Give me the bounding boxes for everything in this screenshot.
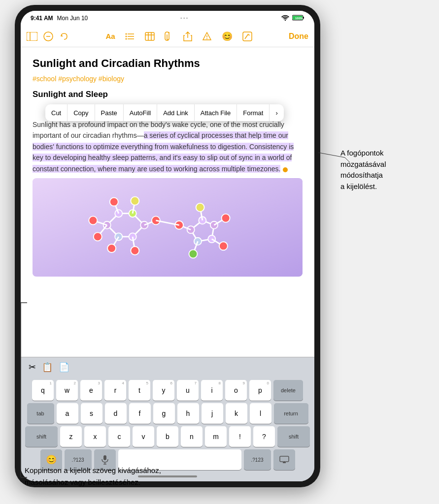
alert-icon[interactable] [202, 32, 212, 41]
key-u[interactable]: u7 [177, 380, 199, 401]
format-menu-item[interactable]: Format [237, 104, 270, 121]
status-bar: 9:41 AM Mon Jun 10 ··· [21, 11, 314, 26]
svg-rect-22 [243, 32, 252, 41]
svg-point-46 [94, 232, 102, 241]
key-delete[interactable]: delete [273, 380, 303, 401]
key-row-2: tab a s d f g h j k l return [23, 403, 312, 424]
autofill-menu-item[interactable]: AutoFill [124, 104, 157, 121]
key-j[interactable]: j [202, 403, 223, 424]
svg-point-45 [89, 216, 97, 224]
key-keyboard[interactable] [273, 449, 295, 470]
key-a[interactable]: a [57, 403, 78, 424]
svg-marker-24 [248, 34, 250, 36]
key-row-1: q1 w2 e3 r4 t5 y6 [23, 380, 312, 401]
svg-text:100%: 100% [295, 17, 303, 20]
clipboard-icon[interactable]: 📋 [42, 362, 53, 373]
compose-icon[interactable] [242, 32, 252, 41]
ipad-screen: 9:41 AM Mon Jun 10 ··· [21, 11, 314, 481]
key-v[interactable]: v [133, 426, 154, 447]
svg-point-61 [194, 238, 202, 245]
svg-rect-76 [280, 456, 289, 462]
key-o[interactable]: o9 [225, 380, 247, 401]
status-time: 9:41 AM [31, 15, 53, 22]
key-s[interactable]: s [81, 403, 102, 424]
svg-point-37 [115, 233, 122, 240]
minus-circle-icon[interactable] [43, 32, 53, 41]
svg-point-51 [107, 244, 116, 252]
key-exclaim[interactable]: ! [229, 426, 251, 447]
selection-handle-end [283, 167, 288, 172]
svg-rect-73 [103, 455, 106, 460]
key-p[interactable]: p0 [249, 380, 271, 401]
font-icon[interactable]: Aa [105, 32, 115, 40]
key-shift-left[interactable]: shift [25, 426, 58, 447]
svg-line-23 [245, 34, 248, 39]
share-icon[interactable] [183, 32, 192, 41]
note-title: Sunlight and Circadian Rhythms [33, 57, 303, 70]
svg-rect-16 [145, 32, 154, 40]
copy-menu-item[interactable]: Copy [68, 104, 95, 121]
add-link-menu-item[interactable]: Add Link [157, 104, 195, 121]
key-r[interactable]: r4 [104, 380, 126, 401]
status-dots: ··· [180, 14, 189, 22]
key-z[interactable]: z [60, 426, 82, 447]
svg-marker-9 [61, 34, 63, 36]
attach-file-menu-item[interactable]: Attach File [195, 104, 237, 121]
note-subtitle: Sunlight and Sleep [33, 90, 303, 99]
svg-point-0 [285, 20, 286, 21]
done-button[interactable]: Done [289, 32, 308, 41]
key-d[interactable]: d [105, 403, 127, 424]
svg-point-14 [125, 35, 127, 37]
key-w[interactable]: w2 [56, 380, 78, 401]
svg-point-15 [125, 38, 127, 39]
svg-point-68 [196, 203, 204, 212]
key-n[interactable]: n [181, 426, 203, 447]
key-h[interactable]: h [177, 403, 199, 424]
emoji-icon[interactable]: 😊 [222, 31, 233, 42]
key-y[interactable]: y6 [153, 380, 174, 401]
key-l[interactable]: l [250, 403, 271, 424]
keyboard-toolbar: ✂ 📋 📄 [21, 357, 314, 377]
key-f[interactable]: f [129, 403, 151, 424]
key-e[interactable]: e3 [80, 380, 102, 401]
key-tab[interactable]: tab [27, 403, 54, 424]
svg-point-13 [125, 33, 127, 34]
key-g[interactable]: g [153, 403, 175, 424]
key-q[interactable]: q1 [32, 380, 54, 401]
battery-icon: 100% [292, 15, 304, 22]
key-question[interactable]: ? [253, 426, 275, 447]
right-annotation: A fogópontok mozgatásával módosíthatja a… [340, 148, 429, 192]
note-tags: #school #psychology #biology [33, 75, 303, 83]
key-b[interactable]: b [157, 426, 178, 447]
list-icon[interactable] [125, 32, 135, 40]
key-shift-right[interactable]: shift [277, 426, 310, 447]
attach-icon[interactable] [165, 32, 173, 41]
paste-icon[interactable]: 📄 [59, 362, 69, 373]
svg-point-50 [131, 247, 139, 255]
key-return[interactable]: return [274, 403, 308, 424]
svg-point-60 [208, 235, 215, 243]
sidebar-icon[interactable] [27, 32, 37, 41]
key-numsym-right[interactable]: .?123 [244, 449, 271, 470]
table-icon[interactable] [145, 32, 155, 41]
more-menu-item[interactable]: › [270, 104, 283, 121]
context-menu: Cut Copy Paste AutoFill Add Link Attach … [45, 104, 284, 121]
wifi-icon [281, 15, 289, 22]
svg-point-57 [187, 226, 195, 233]
key-t[interactable]: t5 [129, 380, 150, 401]
key-i[interactable]: i8 [201, 380, 223, 401]
paste-menu-item[interactable]: Paste [95, 104, 124, 121]
key-k[interactable]: k [226, 403, 247, 424]
key-m[interactable]: m [205, 426, 227, 447]
undo-icon[interactable] [59, 32, 69, 41]
toolbar: Aa [21, 26, 314, 47]
key-x[interactable]: x [84, 426, 106, 447]
svg-rect-2 [303, 17, 304, 19]
svg-point-47 [110, 197, 118, 206]
key-c[interactable]: c [108, 426, 130, 447]
svg-point-70 [219, 242, 228, 250]
scissors-icon[interactable]: ✂ [29, 362, 36, 373]
ipad-frame: 9:41 AM Mon Jun 10 ··· [15, 5, 320, 487]
svg-rect-25 [33, 179, 303, 276]
cut-menu-item[interactable]: Cut [45, 104, 68, 121]
